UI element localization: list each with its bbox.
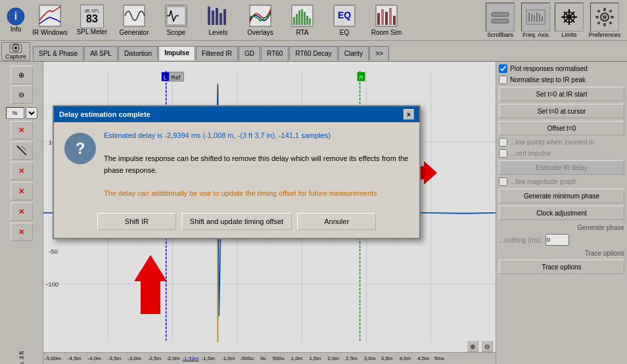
shift-update-timing-button[interactable]: Shift and update timing offset <box>181 213 292 230</box>
modal-body: ? Estimated delay is -2,9394 ms (-1,008 … <box>54 122 419 208</box>
delay-estimation-modal: Delay estimation complete × ? Estimated … <box>53 105 421 239</box>
modal-titlebar: Delay estimation complete × <box>54 106 419 122</box>
modal-line2: The impulse response can be shifted to r… <box>104 153 409 176</box>
modal-close-button[interactable]: × <box>404 109 414 120</box>
modal-buttons: Shift IR Shift and update timing offset … <box>54 208 419 238</box>
modal-line3: The delay can additionally be use to upd… <box>104 189 377 197</box>
modal-text-content: Estimated delay is -2,9394 ms (-1,008 m,… <box>104 130 409 200</box>
modal-line1: Estimated delay is -2,9394 ms (-1,008 m,… <box>104 131 331 139</box>
modal-overlay: Delay estimation complete × ? Estimated … <box>0 0 627 364</box>
shift-ir-button[interactable]: Shift IR <box>97 213 176 230</box>
question-icon: ? <box>64 133 96 164</box>
annuler-button[interactable]: Annuler <box>297 213 376 230</box>
modal-title: Delay estimation complete <box>59 110 151 118</box>
